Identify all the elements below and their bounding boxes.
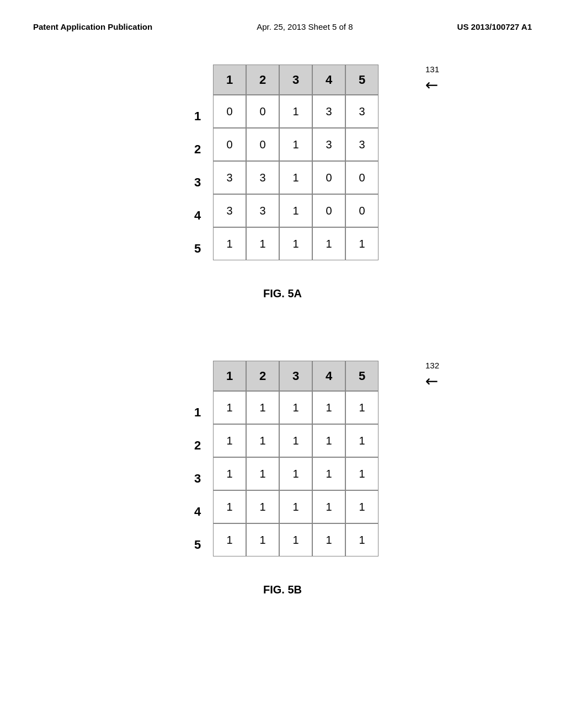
date-sheet-label: Apr. 25, 2013 Sheet 5 of 8 [257, 22, 353, 31]
ref-132: 132 ↗ [425, 361, 439, 391]
cell-b3-4: 1 [312, 457, 345, 490]
cell-5-4: 1 [312, 227, 345, 260]
ref-131: 131 ↗ [425, 65, 439, 95]
cell-4-5: 0 [345, 194, 379, 227]
cell-2-4: 3 [312, 128, 345, 161]
cell-4-4: 0 [312, 194, 345, 227]
col-header-1: 1 [213, 65, 246, 95]
row-label-b3: 3 [186, 462, 209, 495]
data-row-b2: 1 1 1 1 1 [213, 424, 379, 457]
cell-3-2: 3 [246, 161, 279, 194]
figure-5a-container: 1 2 3 4 5 1 2 3 4 5 0 0 1 3 3 [0, 65, 565, 328]
cell-b1-3: 1 [279, 391, 312, 424]
cell-5-3: 1 [279, 227, 312, 260]
col-header-4: 4 [312, 65, 345, 95]
cell-3-3: 1 [279, 161, 312, 194]
cell-2-3: 1 [279, 128, 312, 161]
col-header-3: 3 [279, 65, 312, 95]
col-header-5: 5 [345, 65, 379, 95]
cell-3-1: 3 [213, 161, 246, 194]
cell-1-4: 3 [312, 95, 345, 128]
cell-2-2: 0 [246, 128, 279, 161]
figure-5b-grid: 1 2 3 4 5 1 1 1 1 1 1 1 1 1 1 1 [213, 361, 379, 556]
cell-1-5: 3 [345, 95, 379, 128]
patent-number-label: US 2013/100727 A1 [457, 22, 532, 31]
row-label-1: 1 [186, 100, 209, 133]
col-header-b2: 2 [246, 361, 279, 391]
figure-5b-container: 1 2 3 4 5 1 2 3 4 5 1 1 1 1 1 [0, 361, 565, 624]
cell-b5-3: 1 [279, 523, 312, 556]
cell-b2-5: 1 [345, 424, 379, 457]
cell-1-1: 0 [213, 95, 246, 128]
data-row-b1: 1 1 1 1 1 [213, 391, 379, 424]
cell-5-1: 1 [213, 227, 246, 260]
cell-b5-5: 1 [345, 523, 379, 556]
data-row-3: 3 3 1 0 0 [213, 161, 379, 194]
cell-b1-1: 1 [213, 391, 246, 424]
figure-5b-caption: FIG. 5B [263, 584, 302, 596]
data-row-1: 0 0 1 3 3 [213, 95, 379, 128]
cell-b1-2: 1 [246, 391, 279, 424]
figure-5b-wrapper: 1 2 3 4 5 1 2 3 4 5 1 1 1 1 1 [186, 361, 379, 561]
data-row-4: 3 3 1 0 0 [213, 194, 379, 227]
cell-b5-4: 1 [312, 523, 345, 556]
cell-4-3: 1 [279, 194, 312, 227]
figure-5b-row-labels: 1 2 3 4 5 [186, 396, 209, 561]
figure-5a-row-labels: 1 2 3 4 5 [186, 100, 209, 265]
col-header-b4: 4 [312, 361, 345, 391]
row-label-b5: 5 [186, 528, 209, 561]
cell-4-2: 3 [246, 194, 279, 227]
col-header-b1: 1 [213, 361, 246, 391]
data-row-b5: 1 1 1 1 1 [213, 523, 379, 556]
cell-b3-5: 1 [345, 457, 379, 490]
data-row-5: 1 1 1 1 1 [213, 227, 379, 260]
cell-2-5: 3 [345, 128, 379, 161]
publication-label: Patent Application Publication [33, 22, 152, 31]
cell-2-1: 0 [213, 128, 246, 161]
figure-5a-wrapper: 1 2 3 4 5 1 2 3 4 5 0 0 1 3 3 [186, 65, 379, 265]
cell-b4-5: 1 [345, 490, 379, 523]
row-label-5: 5 [186, 232, 209, 265]
row-label-3: 3 [186, 166, 209, 199]
row-label-b4: 4 [186, 495, 209, 528]
col-header-2: 2 [246, 65, 279, 95]
cell-b4-2: 1 [246, 490, 279, 523]
col-header-b3: 3 [279, 361, 312, 391]
cell-5-2: 1 [246, 227, 279, 260]
cell-5-5: 1 [345, 227, 379, 260]
cell-b4-1: 1 [213, 490, 246, 523]
row-label-2: 2 [186, 133, 209, 166]
cell-b4-3: 1 [279, 490, 312, 523]
cell-1-2: 0 [246, 95, 279, 128]
figure-5a-caption: FIG. 5A [263, 287, 302, 300]
cell-b3-1: 1 [213, 457, 246, 490]
col-header-row-5b: 1 2 3 4 5 [213, 361, 379, 391]
cell-3-5: 0 [345, 161, 379, 194]
cell-b2-4: 1 [312, 424, 345, 457]
data-row-b3: 1 1 1 1 1 [213, 457, 379, 490]
cell-b2-3: 1 [279, 424, 312, 457]
cell-b5-2: 1 [246, 523, 279, 556]
cell-b2-2: 1 [246, 424, 279, 457]
page-header: Patent Application Publication Apr. 25, … [0, 0, 565, 31]
row-label-b1: 1 [186, 396, 209, 429]
cell-b5-1: 1 [213, 523, 246, 556]
cell-b2-1: 1 [213, 424, 246, 457]
cell-b3-3: 1 [279, 457, 312, 490]
data-row-b4: 1 1 1 1 1 [213, 490, 379, 523]
cell-3-4: 0 [312, 161, 345, 194]
cell-b1-5: 1 [345, 391, 379, 424]
cell-b4-4: 1 [312, 490, 345, 523]
cell-4-1: 3 [213, 194, 246, 227]
cell-b3-2: 1 [246, 457, 279, 490]
row-label-4: 4 [186, 199, 209, 232]
row-label-b2: 2 [186, 429, 209, 462]
data-row-2: 0 0 1 3 3 [213, 128, 379, 161]
figure-5a-grid: 1 2 3 4 5 0 0 1 3 3 0 0 1 3 3 3 [213, 65, 379, 260]
col-header-b5: 5 [345, 361, 379, 391]
cell-1-3: 1 [279, 95, 312, 128]
cell-b1-4: 1 [312, 391, 345, 424]
col-header-row-5a: 1 2 3 4 5 [213, 65, 379, 95]
